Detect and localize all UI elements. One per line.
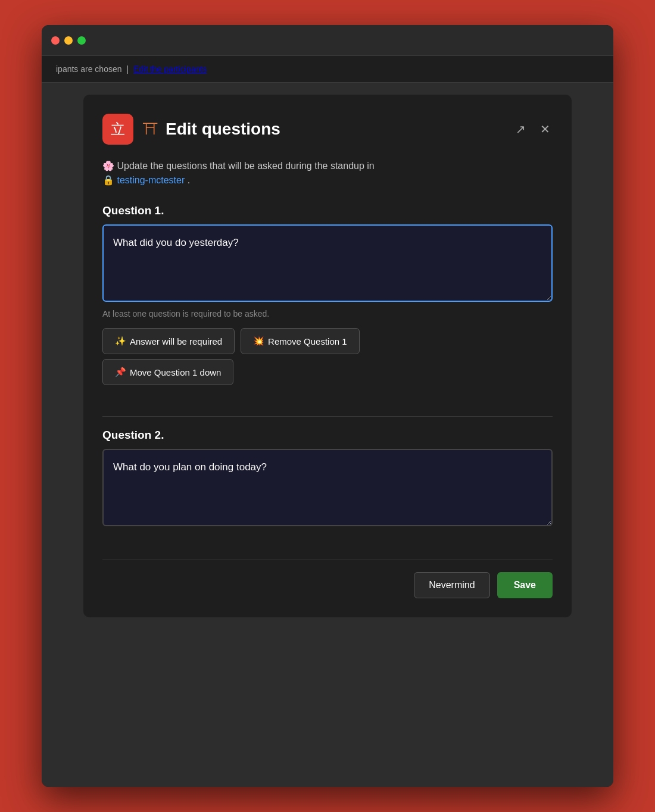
remove-question-1-button[interactable]: 💥 Remove Question 1 [241, 328, 360, 354]
question-2-textarea[interactable] [102, 449, 553, 526]
question-2-section: Question 2. [102, 429, 553, 529]
external-link-button[interactable]: ↗ [513, 121, 528, 138]
section-divider [102, 416, 553, 417]
modal-header-actions: ↗ ✕ [513, 121, 553, 138]
close-button[interactable]: ✕ [538, 121, 553, 138]
question-1-hint: At least one question is required to be … [102, 309, 553, 318]
sparkle-icon: ✨ [115, 336, 126, 346]
close-icon: ✕ [540, 123, 550, 136]
remove-question-1-label: Remove Question 1 [268, 336, 347, 346]
traffic-lights [51, 36, 86, 45]
top-bar: ipants are chosen | Edit the participant… [42, 56, 613, 83]
modal-header: 立 ⛩ Edit questions ↗ ✕ [102, 114, 553, 145]
question-1-section: Question 1. At least one question is req… [102, 204, 553, 390]
modal-dialog: 立 ⛩ Edit questions ↗ ✕ [83, 95, 572, 617]
question-1-move-actions: 📌 Move Question 1 down [102, 359, 553, 385]
description: 🌸 Update the questions that will be aske… [102, 159, 553, 188]
close-traffic-light[interactable] [51, 36, 60, 45]
external-link-icon: ↗ [516, 123, 526, 136]
nevermind-button[interactable]: Nevermind [414, 572, 489, 598]
description-prefix: 🌸 Update the questions that will be aske… [102, 161, 375, 171]
save-button[interactable]: Save [497, 572, 553, 598]
move-question-1-down-button[interactable]: 📌 Move Question 1 down [102, 359, 233, 385]
move-question-1-down-label: Move Question 1 down [130, 367, 221, 377]
mac-window: ipants are chosen | Edit the participant… [42, 25, 613, 787]
modal-title-group: 立 ⛩ Edit questions [102, 114, 280, 145]
question-1-actions: ✨ Answer will be required 💥 Remove Quest… [102, 328, 553, 354]
burst-icon: 💥 [253, 336, 264, 346]
topbar-divider: | [127, 64, 129, 74]
edit-participants-link[interactable]: Edit the participants [133, 64, 207, 74]
topbar-text: ipants are chosen [56, 64, 122, 74]
channel-link[interactable]: 🔒 testing-mctester [102, 175, 185, 185]
question-2-label: Question 2. [102, 429, 553, 442]
question-1-label: Question 1. [102, 204, 553, 217]
pin-icon: 📌 [115, 367, 126, 377]
modal-title: Edit questions [166, 120, 280, 139]
answer-required-label: Answer will be required [130, 336, 222, 346]
answer-required-button[interactable]: ✨ Answer will be required [102, 328, 235, 354]
description-suffix: . [188, 175, 190, 185]
zoom-traffic-light[interactable] [77, 36, 86, 45]
modal-overlay: 立 ⛩ Edit questions ↗ ✕ [42, 83, 613, 787]
torii-icon: ⛩ [143, 120, 158, 139]
app-icon-text: 立 [111, 120, 125, 139]
modal-footer: Nevermind Save [102, 560, 553, 598]
question-1-textarea[interactable] [102, 224, 553, 302]
app-icon: 立 [102, 114, 133, 145]
minimize-traffic-light[interactable] [64, 36, 73, 45]
window-content: ipants are chosen | Edit the participant… [42, 56, 613, 787]
title-bar [42, 25, 613, 56]
